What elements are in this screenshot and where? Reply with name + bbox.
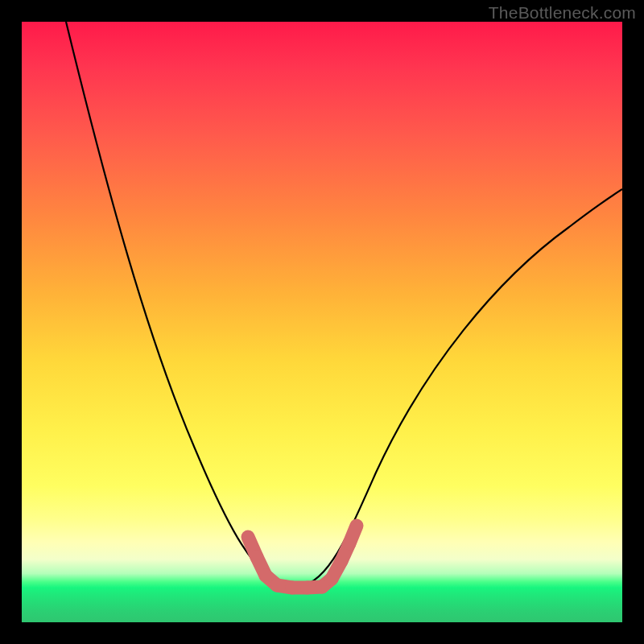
marker-left: [248, 537, 308, 588]
marker-right: [308, 526, 357, 588]
watermark-text: TheBottleneck.com: [489, 3, 636, 23]
bottleneck-curve: [66, 22, 622, 588]
plot-frame: [22, 22, 622, 622]
curve-overlay-svg: [22, 22, 622, 622]
